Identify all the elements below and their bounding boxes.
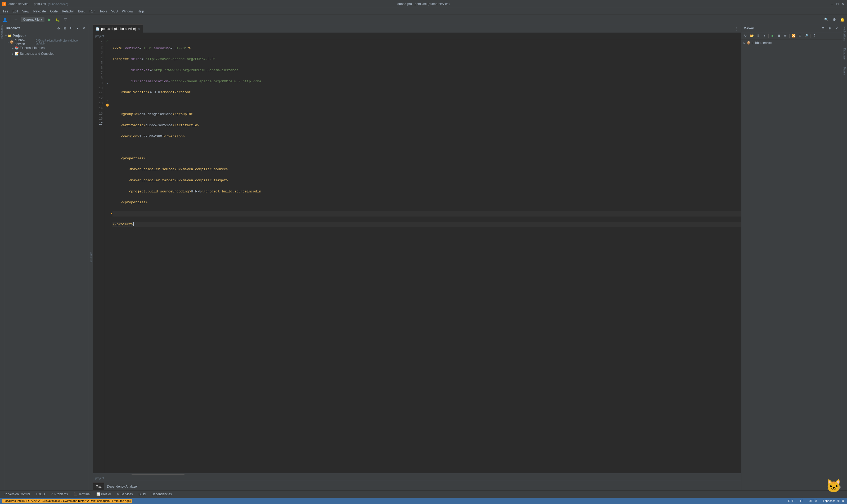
scratches-label: Scratches and Consoles — [20, 52, 54, 56]
bottom-tool-bar: ⎇ Version Control TODO ⚠ Problems ⬛ Term… — [0, 490, 847, 498]
maven-collapse-btn[interactable]: ✕ — [834, 25, 840, 31]
maven-run-all-btn[interactable]: + — [761, 33, 767, 39]
maven-debug-run-btn[interactable]: ⏸ — [776, 33, 782, 39]
toolbar: 👤 ← Current File ▾ ▶ 🐛 🛡 🔍 ⚙ 🔔 — [0, 15, 847, 24]
line-num-1: 1 — [93, 40, 103, 45]
menu-file[interactable]: File — [1, 9, 10, 14]
sidebar-close-btn[interactable]: ✕ — [81, 26, 87, 31]
menu-edit[interactable]: Edit — [10, 9, 20, 14]
bottom-tab-text[interactable]: Text — [93, 483, 104, 490]
terminal-tab[interactable]: ⬛ Terminal — [71, 490, 93, 498]
profiler-tab[interactable]: 📊 Profiler — [94, 490, 114, 498]
status-position[interactable]: 17:11 — [787, 499, 796, 502]
minimize-button[interactable]: ─ — [830, 2, 834, 6]
tree-item-dubbo-service[interactable]: ▾ 📦 dubbo-service D:\DingJiaxiong\IdeaPr… — [4, 39, 89, 45]
code-line-7: <groupId>com.dingjiaxiong</groupId> — [112, 112, 741, 117]
window-title-extra: (dubbo-service) — [48, 2, 68, 5]
services-tab[interactable]: ⚙ Services — [114, 490, 136, 498]
run-with-coverage-btn[interactable]: 🛡 — [62, 16, 69, 23]
code-line-4: xsi:schemaLocation="http://maven.apache.… — [112, 79, 741, 85]
notifications-btn[interactable]: 🔔 — [839, 16, 846, 23]
tree-item-external-libraries[interactable]: ▶ 📚 External Libraries — [4, 45, 89, 51]
editor-tab-pom[interactable]: 📄 pom.xml (dubbo-service) ✕ — [93, 24, 143, 33]
ext-lib-label: External Libraries — [20, 46, 44, 50]
tree-item-scratches[interactable]: ▶ 📝 Scratches and Consoles — [4, 51, 89, 57]
status-encoding[interactable]: UTF-8 — [808, 499, 818, 502]
check-6 — [105, 60, 109, 65]
menu-refactor[interactable]: Refactor — [60, 9, 76, 14]
maven-expand-btn[interactable]: ⊕ — [827, 25, 833, 31]
h-scrollbar-thumb[interactable] — [131, 474, 184, 475]
open-project-btn[interactable]: 👤 — [1, 16, 8, 23]
sidebar-title: Project — [6, 27, 20, 30]
maven-add-btn[interactable]: 📂 — [749, 33, 755, 39]
bookmarks-label[interactable]: Bookmarks — [1, 25, 3, 39]
terminal-tab-label: Terminal — [78, 492, 90, 496]
maven-dubbo-service-item[interactable]: ▶ 📦 dubbo-service — [742, 40, 841, 45]
structure-label[interactable]: Structure — [88, 250, 94, 265]
back-btn[interactable]: ← — [12, 16, 19, 23]
vc-tab-label: Version Control — [8, 492, 30, 496]
maven-skip-btn[interactable]: ⊘ — [782, 33, 788, 39]
maximize-button[interactable]: □ — [835, 2, 840, 6]
tab-more-btn[interactable]: ⋮ — [733, 25, 740, 33]
h-scrollbar[interactable] — [93, 473, 741, 475]
current-file-dropdown[interactable]: Current File ▾ — [21, 17, 44, 22]
status-indent[interactable]: 4 spaces: UTF-8 — [821, 499, 845, 502]
version-control-tab[interactable]: ⎇ Version Control — [1, 490, 33, 498]
status-linesep[interactable]: LF — [799, 499, 805, 502]
maven-diagram-btn[interactable]: 🔀 — [791, 33, 796, 39]
editor-code-content[interactable]: <?xml version="1.0" encoding="UTF-8"?> <… — [109, 39, 741, 473]
run-btn[interactable]: ▶ — [46, 16, 53, 23]
title-bar: I dubbo-service - pom.xml (dubbo-service… — [0, 0, 847, 8]
menu-help[interactable]: Help — [135, 9, 146, 14]
maven-collapse-tree-btn[interactable]: ⊟ — [797, 33, 803, 39]
maven-filter-btn[interactable]: 🔎 — [803, 33, 809, 39]
status-warning[interactable]: Localized IntelliJ IDEA 2022.2.3 is avai… — [2, 499, 132, 503]
breadcrumb-project[interactable]: project — [95, 34, 104, 38]
sidebar-sync-btn[interactable]: ↻ — [69, 26, 74, 31]
debug-btn[interactable]: 🐛 — [54, 16, 61, 23]
todo-tab[interactable]: TODO — [33, 490, 48, 498]
menu-vcs[interactable]: VCS — [109, 9, 120, 14]
dubbo-service-label: dubbo-service — [15, 38, 35, 46]
menu-window[interactable]: Window — [120, 9, 136, 14]
menu-run[interactable]: Run — [87, 9, 97, 14]
close-button[interactable]: ✕ — [841, 2, 845, 6]
problems-tab[interactable]: ⚠ Problems — [48, 490, 71, 498]
sidebar-collapse-btn[interactable]: ⊟ — [62, 26, 68, 31]
notifications-label[interactable]: Notifications — [843, 25, 846, 42]
line-num-3: 3 — [93, 50, 103, 55]
bottom-tab-dependency[interactable]: Dependency Analyzer — [104, 483, 141, 490]
maven-refresh-btn[interactable]: ↻ — [742, 33, 748, 39]
maven-settings-btn[interactable]: ⚙ — [820, 25, 826, 31]
status-bar: Localized IntelliJ IDEA 2022.2.3 is avai… — [0, 498, 847, 504]
maven-side-label[interactable]: Maven — [843, 66, 846, 76]
sidebar-filter-btn[interactable]: ▾ — [75, 26, 80, 31]
code-line-5: <modelVersion>4.0.0</modelVersion> — [112, 90, 741, 95]
menu-tools[interactable]: Tools — [97, 9, 109, 14]
current-file-chevron: ▾ — [41, 18, 42, 21]
dubbo-service-chevron: ▾ — [7, 41, 9, 44]
settings-btn[interactable]: ⚙ — [831, 16, 838, 23]
maven-download-btn[interactable]: ⬇ — [755, 33, 761, 39]
code-editor[interactable]: 1 2 3 4 5 6 7 8 9 10 11 12 13 14 15 16 1… — [93, 39, 741, 473]
menu-view[interactable]: View — [20, 9, 31, 14]
maven-toolbar: ↻ 📂 ⬇ + ▶ ⏸ ⊘ 🔀 ⊟ 🔎 ? — [741, 32, 842, 39]
maven-run-btn[interactable]: ▶ — [770, 33, 776, 39]
code-line-11: <properties> — [112, 156, 741, 161]
code-line-1: <?xml version="1.0" encoding="UTF-8"?> — [112, 46, 741, 51]
database-label[interactable]: Database — [843, 47, 846, 60]
menu-code[interactable]: Code — [48, 9, 60, 14]
maven-help-btn[interactable]: ? — [812, 33, 817, 39]
search-everywhere-btn[interactable]: 🔍 — [823, 16, 830, 23]
code-line-10 — [112, 145, 741, 150]
build-tab[interactable]: Build — [136, 490, 148, 498]
code-line-9: <version>1.0-SNAPSHOT</version> — [112, 134, 741, 140]
sidebar-settings-btn[interactable]: ⚙ — [56, 26, 61, 31]
title-separator: - — [31, 2, 32, 6]
menu-navigate[interactable]: Navigate — [31, 9, 48, 14]
dependencies-tab[interactable]: Dependencies — [149, 490, 175, 498]
menu-build[interactable]: Build — [76, 9, 87, 14]
pom-tab-close[interactable]: ✕ — [138, 28, 140, 31]
